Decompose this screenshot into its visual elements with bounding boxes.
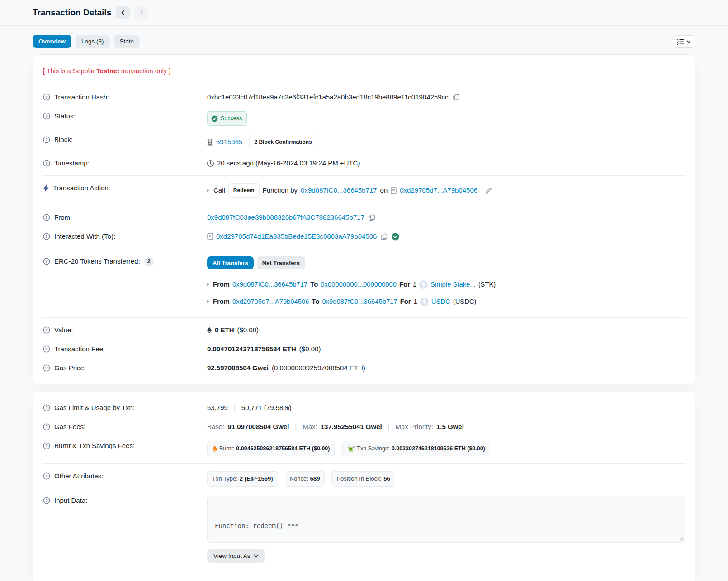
gas-fees-row: ? Gas Fees: Base: 91.097008504 Gwei | Ma…	[42, 417, 686, 436]
all-transfers-button[interactable]: All Transfers	[207, 256, 254, 269]
copy-icon	[369, 214, 375, 221]
transfer-from-link[interactable]: 0xd29705d7...A79b04506	[232, 297, 309, 307]
svg-text:?: ?	[45, 443, 48, 448]
burnt-savings-label: Burnt & Txn Savings Fees:	[54, 441, 135, 451]
copy-to-button[interactable]	[380, 233, 388, 240]
addresses-group: ? From: 0x9d087fC03ae39b088326b67fA3C788…	[42, 205, 686, 249]
gas-group: ? Gas Limit & Usage by Txn: 63,799 | 50,…	[42, 396, 686, 463]
help-icon[interactable]: ?	[43, 160, 50, 167]
help-icon[interactable]: ?	[43, 326, 50, 334]
help-icon[interactable]: ?	[43, 364, 50, 372]
help-icon[interactable]: ?	[43, 423, 50, 430]
value-amount: 0 ETH	[215, 325, 234, 335]
help-icon[interactable]: ?	[43, 472, 50, 480]
resize-grip-icon[interactable]	[679, 536, 683, 541]
previous-transaction-button[interactable]	[116, 6, 130, 19]
help-icon[interactable]: ?	[43, 214, 50, 221]
svg-text:?: ?	[45, 259, 48, 264]
separator: |	[231, 403, 238, 413]
svg-text:?: ?	[45, 327, 48, 332]
action-verb: Call	[213, 185, 225, 195]
transfer-token-link[interactable]: Simple Stake...	[430, 279, 476, 289]
transfer-amount: 1	[414, 297, 417, 307]
separator: |	[385, 422, 392, 432]
help-icon[interactable]: ?	[43, 136, 50, 143]
block-number-link[interactable]: 5915365	[216, 137, 242, 147]
nonce-badge: Nonce: 689	[285, 471, 325, 487]
help-icon[interactable]: ?	[43, 94, 50, 101]
transfer-from-link[interactable]: 0x9d087fC0...36645b717	[232, 279, 307, 289]
to-address-link[interactable]: 0xd29705d74d1Ea335bBede15E3c0803aA79b045…	[216, 231, 377, 241]
position-in-block-value: 56	[383, 474, 390, 484]
help-icon[interactable]: ?	[43, 497, 50, 504]
max-priority-value: 1.5 Gwei	[436, 422, 464, 432]
timestamp-label: Timestamp:	[54, 158, 90, 168]
gas-usage-value: 50,771 (79.58%)	[241, 403, 292, 413]
transfer-token-link[interactable]: USDC	[431, 297, 450, 307]
gas-limit-value: 63,799	[207, 403, 228, 413]
burnt-fee-badge: Burnt: 0.004625086218756584 ETH ($0.00)	[207, 441, 335, 456]
caret-right-icon	[207, 189, 209, 192]
nonce-value: 689	[310, 474, 320, 484]
from-address-link[interactable]: 0x9d087fC03ae39b088326b67fA3C788236645b7…	[207, 213, 364, 222]
help-icon[interactable]: ?	[43, 345, 50, 353]
svg-text:?: ?	[45, 405, 48, 410]
value-fee-group: ? Value: 0 ETH ($0.00) ? Transaction Fee…	[42, 317, 686, 380]
interacted-with-row: ? Interacted With (To): 0xd29705d74d1Ea3…	[42, 227, 686, 246]
from-row: ? From: 0x9d087fC03ae39b088326b67fA3C788…	[42, 208, 686, 227]
action-contract-link[interactable]: 0xd29705d7...A79b04506	[400, 185, 477, 195]
verified-check-icon	[392, 233, 399, 241]
fire-icon	[212, 445, 217, 452]
page-title: Transaction Details	[33, 8, 111, 18]
position-in-block-badge: Position In Block: 56	[331, 471, 395, 487]
timestamp-value: 20 secs ago (May-16-2024 03:19:24 PM +UT…	[217, 158, 360, 168]
gas-price-label: Gas Price:	[54, 363, 86, 373]
action-caller-link[interactable]: 0x9d087fC0...36645b717	[301, 185, 377, 195]
erc20-group: ? ERC-20 Tokens Transferred: 2 All Trans…	[42, 249, 686, 317]
eth-diamond-icon	[207, 327, 212, 334]
money-wings-icon	[347, 446, 355, 452]
testnet-warning: [ This is a Sepolia Testnet transaction …	[42, 61, 686, 82]
tab-overview[interactable]: Overview	[33, 35, 71, 48]
chevron-left-icon	[120, 10, 126, 15]
contract-file-icon	[207, 233, 213, 240]
transaction-hash-label: Transaction Hash:	[54, 92, 109, 102]
lightning-bolt-icon	[43, 184, 49, 192]
copy-from-button[interactable]	[368, 214, 376, 221]
help-icon[interactable]: ?	[43, 258, 50, 265]
net-transfers-button[interactable]: Net Transfers	[257, 256, 305, 269]
tab-state[interactable]: State	[114, 35, 140, 48]
separator: |	[292, 422, 299, 432]
page-header: Transaction Details	[0, 0, 728, 26]
help-icon[interactable]: ?	[43, 442, 50, 449]
transaction-hash-row: ? Transaction Hash: 0xbc1e023c07d18ea9a7…	[42, 88, 686, 107]
tx-summary-group: ? Transaction Hash: 0xbc1e023c07d18ea9a7…	[42, 85, 686, 175]
block-label: Block:	[54, 135, 73, 145]
edit-action-button[interactable]	[484, 187, 493, 194]
transfer-to-link[interactable]: 0x00000000...000000000	[321, 279, 397, 289]
view-options-button[interactable]	[672, 35, 695, 48]
copy-hash-button[interactable]	[452, 94, 460, 101]
tab-logs[interactable]: Logs (3)	[76, 35, 110, 48]
input-data-row: ? Input Data: Function: redeem() *** Met…	[42, 491, 686, 567]
txn-type-value: 2 (EIP-1559)	[240, 474, 273, 484]
caret-right-icon	[207, 300, 209, 303]
status-badge: Success	[207, 111, 247, 126]
caret-right-icon	[207, 283, 209, 286]
transaction-action-label: Transaction Action:	[53, 183, 110, 193]
svg-text:?: ?	[45, 473, 48, 478]
status-badge-label: Success	[221, 113, 242, 123]
next-transaction-button[interactable]	[134, 6, 148, 19]
input-data-box[interactable]: Function: redeem() *** MethodID: 0xbe040…	[207, 496, 685, 543]
action-group: Transaction Action: Call Redeem Function…	[42, 175, 686, 205]
token-icon	[420, 298, 429, 306]
transaction-fee-usd: ($0.00)	[299, 344, 321, 354]
help-icon[interactable]: ?	[43, 233, 50, 240]
burnt-savings-row: ? Burnt & Txn Savings Fees: Burnt: 0.004…	[42, 436, 686, 461]
txn-savings-value: 0.002302746218109526 ETH ($0.00)	[392, 444, 485, 453]
transfer-to-link[interactable]: 0x9d087fC0...36645b717	[322, 297, 397, 307]
svg-text:?: ?	[45, 234, 48, 239]
help-icon[interactable]: ?	[43, 113, 50, 120]
checklist-icon	[676, 38, 684, 45]
help-icon[interactable]: ?	[43, 404, 50, 411]
